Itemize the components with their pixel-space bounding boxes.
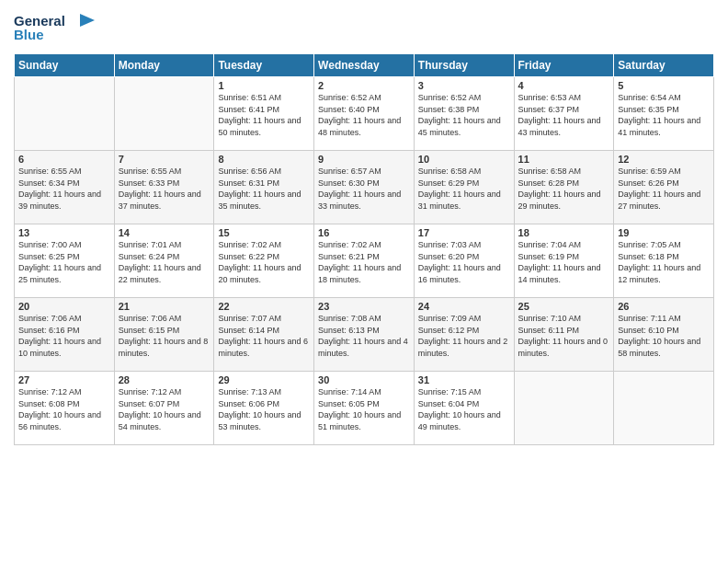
logo: General Blue: [14, 9, 97, 46]
day-number: 27: [18, 374, 110, 385]
calendar-cell: 4Sunrise: 6:53 AM Sunset: 6:37 PM Daylig…: [514, 77, 614, 151]
week-row-2: 13Sunrise: 7:00 AM Sunset: 6:25 PM Dayli…: [15, 224, 714, 298]
calendar-cell: 1Sunrise: 6:51 AM Sunset: 6:41 PM Daylig…: [214, 77, 314, 151]
day-info: Sunrise: 7:03 AM Sunset: 6:20 PM Dayligh…: [418, 239, 510, 285]
week-row-0: 1Sunrise: 6:51 AM Sunset: 6:41 PM Daylig…: [15, 77, 714, 151]
day-info: Sunrise: 7:09 AM Sunset: 6:12 PM Dayligh…: [418, 313, 510, 359]
calendar-cell: 2Sunrise: 6:52 AM Sunset: 6:40 PM Daylig…: [314, 77, 415, 151]
day-info: Sunrise: 6:55 AM Sunset: 6:33 PM Dayligh…: [119, 166, 210, 212]
calendar: Sunday Monday Tuesday Wednesday Thursday…: [14, 53, 714, 445]
day-info: Sunrise: 6:52 AM Sunset: 6:38 PM Dayligh…: [418, 92, 510, 138]
day-number: 24: [418, 301, 510, 312]
col-wednesday: Wednesday: [314, 54, 415, 77]
calendar-cell: 26Sunrise: 7:11 AM Sunset: 6:10 PM Dayli…: [614, 298, 714, 372]
day-info: Sunrise: 7:00 AM Sunset: 6:25 PM Dayligh…: [18, 239, 110, 285]
calendar-cell: 25Sunrise: 7:10 AM Sunset: 6:11 PM Dayli…: [514, 298, 614, 372]
week-row-1: 6Sunrise: 6:55 AM Sunset: 6:34 PM Daylig…: [15, 151, 714, 224]
day-info: Sunrise: 6:54 AM Sunset: 6:35 PM Dayligh…: [618, 92, 710, 138]
calendar-cell: [614, 372, 714, 445]
day-number: 9: [318, 154, 410, 165]
day-info: Sunrise: 6:52 AM Sunset: 6:40 PM Dayligh…: [318, 92, 410, 138]
day-number: 18: [518, 227, 610, 238]
calendar-cell: 19Sunrise: 7:05 AM Sunset: 6:18 PM Dayli…: [614, 224, 714, 298]
calendar-cell: 17Sunrise: 7:03 AM Sunset: 6:20 PM Dayli…: [414, 224, 514, 298]
col-monday: Monday: [114, 54, 214, 77]
day-number: 10: [418, 154, 510, 165]
calendar-header: Sunday Monday Tuesday Wednesday Thursday…: [15, 54, 714, 77]
day-number: 15: [218, 227, 310, 238]
day-number: 22: [218, 301, 310, 312]
day-number: 28: [119, 374, 210, 385]
week-row-3: 20Sunrise: 7:06 AM Sunset: 6:16 PM Dayli…: [15, 298, 714, 372]
calendar-cell: 15Sunrise: 7:02 AM Sunset: 6:22 PM Dayli…: [214, 224, 314, 298]
day-number: 11: [518, 154, 610, 165]
calendar-cell: 29Sunrise: 7:13 AM Sunset: 6:06 PM Dayli…: [214, 372, 314, 445]
day-info: Sunrise: 7:13 AM Sunset: 6:06 PM Dayligh…: [218, 386, 310, 432]
calendar-cell: 27Sunrise: 7:12 AM Sunset: 6:08 PM Dayli…: [15, 372, 115, 445]
day-number: 16: [318, 227, 410, 238]
day-info: Sunrise: 7:08 AM Sunset: 6:13 PM Dayligh…: [318, 313, 410, 359]
day-number: 21: [119, 301, 210, 312]
day-info: Sunrise: 6:58 AM Sunset: 6:29 PM Dayligh…: [418, 166, 510, 212]
day-number: 5: [618, 80, 710, 91]
week-row-4: 27Sunrise: 7:12 AM Sunset: 6:08 PM Dayli…: [15, 372, 714, 445]
header-row: Sunday Monday Tuesday Wednesday Thursday…: [15, 54, 714, 77]
col-friday: Friday: [514, 54, 614, 77]
day-number: 31: [418, 374, 510, 385]
day-info: Sunrise: 7:10 AM Sunset: 6:11 PM Dayligh…: [518, 313, 610, 359]
day-info: Sunrise: 7:12 AM Sunset: 6:08 PM Dayligh…: [18, 386, 110, 432]
day-number: 2: [318, 80, 410, 91]
day-number: 12: [618, 154, 710, 165]
day-info: Sunrise: 6:58 AM Sunset: 6:28 PM Dayligh…: [518, 166, 610, 212]
day-number: 14: [119, 227, 210, 238]
day-number: 3: [418, 80, 510, 91]
calendar-cell: 21Sunrise: 7:06 AM Sunset: 6:15 PM Dayli…: [114, 298, 214, 372]
calendar-cell: 6Sunrise: 6:55 AM Sunset: 6:34 PM Daylig…: [15, 151, 115, 224]
day-info: Sunrise: 6:57 AM Sunset: 6:30 PM Dayligh…: [318, 166, 410, 212]
day-number: 19: [618, 227, 710, 238]
calendar-cell: 7Sunrise: 6:55 AM Sunset: 6:33 PM Daylig…: [114, 151, 214, 224]
day-info: Sunrise: 7:01 AM Sunset: 6:24 PM Dayligh…: [119, 239, 210, 285]
day-number: 7: [119, 154, 210, 165]
calendar-cell: 11Sunrise: 6:58 AM Sunset: 6:28 PM Dayli…: [514, 151, 614, 224]
day-info: Sunrise: 6:51 AM Sunset: 6:41 PM Dayligh…: [218, 92, 310, 138]
day-number: 4: [518, 80, 610, 91]
calendar-cell: 20Sunrise: 7:06 AM Sunset: 6:16 PM Dayli…: [15, 298, 115, 372]
col-tuesday: Tuesday: [214, 54, 314, 77]
day-info: Sunrise: 7:02 AM Sunset: 6:22 PM Dayligh…: [218, 239, 310, 285]
day-info: Sunrise: 7:11 AM Sunset: 6:10 PM Dayligh…: [618, 313, 710, 359]
day-number: 1: [218, 80, 310, 91]
day-info: Sunrise: 7:05 AM Sunset: 6:18 PM Dayligh…: [618, 239, 710, 285]
day-info: Sunrise: 6:56 AM Sunset: 6:31 PM Dayligh…: [218, 166, 310, 212]
calendar-cell: 9Sunrise: 6:57 AM Sunset: 6:30 PM Daylig…: [314, 151, 415, 224]
main-container: General Blue Sunday Monday Tuesday Wedne…: [0, 0, 728, 454]
calendar-cell: 18Sunrise: 7:04 AM Sunset: 6:19 PM Dayli…: [514, 224, 614, 298]
day-info: Sunrise: 7:12 AM Sunset: 6:07 PM Dayligh…: [119, 386, 210, 432]
calendar-cell: 14Sunrise: 7:01 AM Sunset: 6:24 PM Dayli…: [114, 224, 214, 298]
calendar-cell: 16Sunrise: 7:02 AM Sunset: 6:21 PM Dayli…: [314, 224, 415, 298]
calendar-cell: 5Sunrise: 6:54 AM Sunset: 6:35 PM Daylig…: [614, 77, 714, 151]
calendar-cell: 31Sunrise: 7:15 AM Sunset: 6:04 PM Dayli…: [414, 372, 514, 445]
day-number: 20: [18, 301, 110, 312]
calendar-cell: 24Sunrise: 7:09 AM Sunset: 6:12 PM Dayli…: [414, 298, 514, 372]
day-number: 26: [618, 301, 710, 312]
logo-arrow: [80, 14, 95, 27]
day-number: 13: [18, 227, 110, 238]
calendar-cell: 10Sunrise: 6:58 AM Sunset: 6:29 PM Dayli…: [414, 151, 514, 224]
calendar-cell: 8Sunrise: 6:56 AM Sunset: 6:31 PM Daylig…: [214, 151, 314, 224]
calendar-cell: 22Sunrise: 7:07 AM Sunset: 6:14 PM Dayli…: [214, 298, 314, 372]
day-number: 23: [318, 301, 410, 312]
calendar-cell: 28Sunrise: 7:12 AM Sunset: 6:07 PM Dayli…: [114, 372, 214, 445]
calendar-cell: 30Sunrise: 7:14 AM Sunset: 6:05 PM Dayli…: [314, 372, 415, 445]
calendar-cell: 12Sunrise: 6:59 AM Sunset: 6:26 PM Dayli…: [614, 151, 714, 224]
calendar-cell: 3Sunrise: 6:52 AM Sunset: 6:38 PM Daylig…: [414, 77, 514, 151]
col-saturday: Saturday: [614, 54, 714, 77]
day-number: 6: [18, 154, 110, 165]
calendar-cell: [514, 372, 614, 445]
col-sunday: Sunday: [15, 54, 115, 77]
calendar-cell: 23Sunrise: 7:08 AM Sunset: 6:13 PM Dayli…: [314, 298, 415, 372]
logo-svg: General Blue: [14, 9, 97, 46]
day-number: 8: [218, 154, 310, 165]
calendar-cell: [114, 77, 214, 151]
day-info: Sunrise: 7:06 AM Sunset: 6:16 PM Dayligh…: [18, 313, 110, 359]
